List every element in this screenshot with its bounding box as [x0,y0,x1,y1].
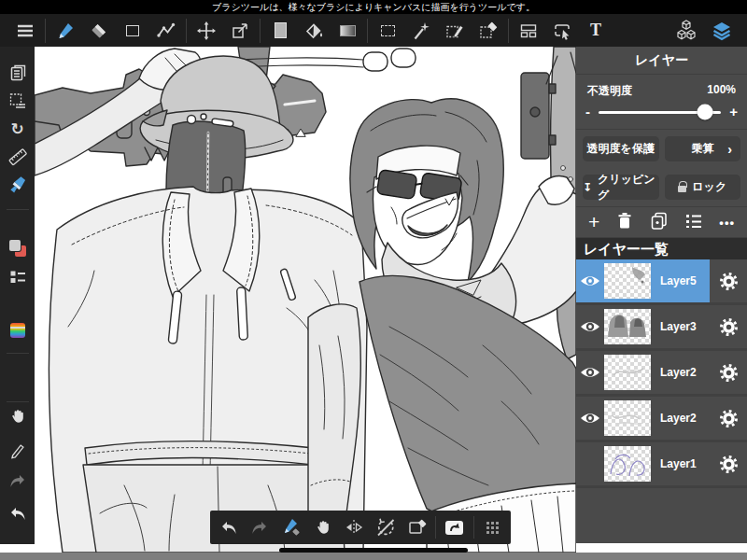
opacity-slider-thumb[interactable] [698,105,713,120]
select-eraser-icon[interactable] [476,18,500,44]
clear-layer-icon[interactable] [404,514,430,540]
layer-list-header: レイヤー一覧 [576,238,747,259]
split-view-icon[interactable] [516,18,541,44]
layer-settings-gear-icon[interactable] [710,305,747,348]
layer-row-layer3[interactable]: Layer3 [576,305,747,351]
text-tool-icon[interactable]: T [584,18,608,44]
clipping-label: クリッピング [598,172,658,203]
layer-name: Layer2 [651,412,710,425]
opacity-minus-button[interactable]: - [585,106,590,118]
select-rectangle-icon[interactable] [375,18,400,44]
lock-icon [678,186,686,192]
duplicate-layer-icon[interactable] [650,211,669,233]
visibility-eye-icon[interactable] [576,274,604,287]
layer-thumbnail [604,400,651,436]
visibility-eye-icon[interactable] [576,320,604,333]
protect-alpha-label: 透明度を保護 [587,141,655,157]
visibility-eye-icon[interactable] [576,366,604,379]
layer-settings-gear-icon[interactable] [710,351,747,394]
layer-row-layer1[interactable]: Layer1 [576,442,747,488]
ruler-icon[interactable] [0,143,35,171]
polyline-tool-icon[interactable] [154,18,178,44]
magic-wand-icon[interactable] [409,18,433,44]
layer-list-icon[interactable] [685,213,702,231]
blend-mode-button[interactable]: 乗算 › [665,136,741,161]
gradient-tool-icon[interactable] [335,18,359,44]
select-area-icon[interactable] [0,87,35,115]
transform-tool-icon[interactable] [228,18,252,44]
redo-icon[interactable] [247,514,273,540]
lock-button[interactable]: ロック [665,175,741,200]
airbrush-icon[interactable] [0,171,35,199]
color-picker-icon[interactable] [0,316,35,344]
color-swatch-icon[interactable] [268,18,292,44]
layers-panel-icon[interactable] [710,18,734,44]
edit-pen-icon[interactable] [0,437,35,465]
palette-icon[interactable] [0,262,35,290]
material-3d-icon[interactable] [674,18,698,44]
opacity-slider[interactable] [599,111,721,114]
opacity-label: 不透明度 [587,83,632,99]
layer-thumbnail [604,446,651,482]
layer-name: Layer3 [651,320,710,333]
flip-horizontal-icon[interactable] [341,514,367,540]
undo-icon[interactable] [0,499,35,527]
rectangle-tool-icon[interactable] [120,18,145,44]
layer-row-layer2b[interactable]: Layer2 [576,397,747,442]
layer-thumbnail [604,263,651,299]
add-layer-icon[interactable]: + [588,213,599,231]
bottom-strip [0,553,747,560]
layer-list: Layer5 Layer3 [576,259,747,488]
layer-panel: レイヤー 不透明度 100% - + 透明度を保護 乗算 › ↧ クリッピング [576,47,747,543]
left-sidebar: ↻ [0,47,35,544]
layer-name: Layer2 [651,366,710,379]
bottom-toolbar [210,511,511,544]
brush-eraser-toggle-icon[interactable] [278,514,304,540]
lock-label: ロック [692,179,726,195]
layer-panel-title: レイヤー [576,47,747,75]
redo-icon[interactable] [0,467,35,495]
tooltip-bar: ブラシツールは、様々なブラシによりキャンバスに描画を行うツールです。 [0,0,747,14]
reset-rotation-icon[interactable] [373,514,399,540]
bottom-toolbar-divider [435,516,436,539]
brush-tool-icon[interactable] [53,18,78,44]
more-options-icon[interactable]: ••• [719,216,735,230]
move-tool-icon[interactable] [194,18,218,44]
object-select-icon[interactable] [550,18,574,44]
clipping-icon: ↧ [583,181,592,194]
sidebar-divider [7,353,29,354]
chevron-right-icon: › [727,142,732,157]
app-window: ブラシツールは、様々なブラシによりキャンバスに描画を行うツールです。 [0,0,747,560]
protect-alpha-button[interactable]: 透明度を保護 [583,136,659,161]
layer-settings-gear-icon[interactable] [710,442,747,485]
select-pen-icon[interactable] [443,18,467,44]
color-pair-icon[interactable] [0,234,35,262]
layer-thumbnail [604,309,651,344]
clipping-button[interactable]: ↧ クリッピング [583,175,659,200]
top-toolbar: T [0,14,747,47]
layer-name: Layer1 [651,457,710,470]
layer-row-layer5[interactable]: Layer5 [576,259,747,305]
layer-thumbnail [604,355,651,390]
hand-tool-icon[interactable] [310,514,336,540]
grid-handle-icon[interactable] [479,514,505,540]
pages-icon[interactable] [0,59,35,87]
menu-icon[interactable] [13,18,37,44]
blend-mode-value: 乗算 [691,141,713,157]
opacity-plus-button[interactable]: + [729,106,738,118]
canvas-artwork [35,47,576,553]
bottom-toolbar-divider [473,516,474,539]
layer-settings-gear-icon[interactable] [710,259,747,302]
layer-settings-gear-icon[interactable] [710,397,747,440]
delete-layer-icon[interactable] [616,212,633,233]
rotate-canvas-icon[interactable]: ↻ [0,115,35,143]
eraser-tool-icon[interactable] [87,18,111,44]
layer-row-layer2a[interactable]: Layer2 [576,351,747,397]
fill-bucket-icon[interactable] [302,18,326,44]
sidebar-divider [7,209,29,210]
visibility-eye-icon[interactable] [576,412,604,425]
material-panel-icon[interactable] [442,514,468,540]
hand-tool-icon[interactable] [0,402,35,430]
layer-name: Layer5 [651,274,710,287]
undo-icon[interactable] [216,514,242,540]
